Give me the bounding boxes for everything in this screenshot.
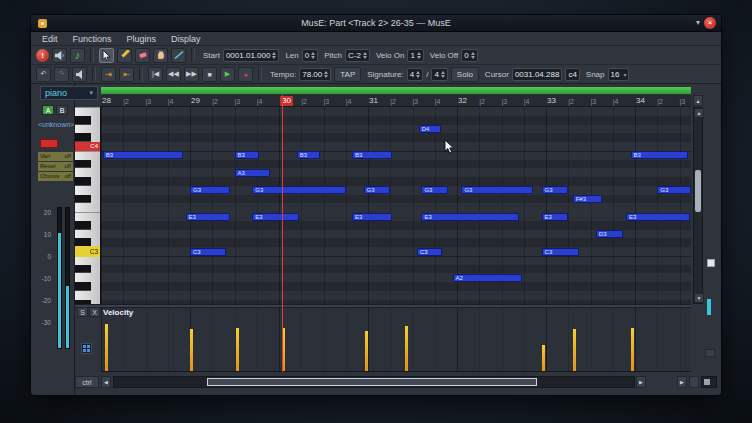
menu-item-edit[interactable]: Edit — [42, 34, 58, 44]
scroll-right-icon[interactable]: ▶ — [636, 376, 646, 388]
tap-button[interactable]: TAP — [334, 67, 361, 82]
part-a-button[interactable]: A — [42, 105, 54, 115]
midi-note-B3[interactable]: B3 — [352, 151, 392, 159]
shade-chevron-icon[interactable]: ▾ — [696, 17, 700, 29]
midi-note-B3[interactable]: B3 — [297, 151, 320, 159]
position-strip[interactable] — [101, 87, 691, 94]
ruler-corner-button[interactable]: ▴ — [693, 95, 703, 106]
horizontal-scrollbar[interactable] — [113, 376, 635, 388]
tempo-field[interactable]: 78.00 — [299, 68, 331, 81]
midi-note-C3[interactable]: C3 — [417, 248, 442, 256]
spinner-arrows[interactable] — [311, 50, 315, 61]
record-button[interactable]: ● — [238, 67, 253, 82]
spinner-arrows[interactable] — [324, 69, 328, 80]
solo-button[interactable]: Solo — [451, 67, 479, 82]
scroll-up-icon[interactable]: ▲ — [694, 108, 704, 118]
midi-note-C3[interactable]: C3 — [542, 248, 579, 256]
piano-key-black[interactable] — [75, 195, 91, 204]
piano-key-black[interactable] — [75, 265, 91, 274]
velocity-solo-button[interactable]: S — [77, 307, 88, 317]
midi-note-E3[interactable]: E3 — [542, 213, 569, 221]
ruler[interactable]: 28|2|3|429|2|3|430|2|3|431|2|3|432|2|3|4… — [101, 95, 691, 107]
start-field[interactable]: 0001.01.000 — [223, 49, 280, 62]
spinner-arrows[interactable] — [441, 69, 445, 80]
volume-fader[interactable] — [57, 207, 62, 349]
play-button[interactable]: ▶ — [220, 67, 235, 82]
piano-keyboard[interactable]: C4C3 — [75, 107, 101, 304]
midi-note-G3[interactable]: G3 — [542, 186, 569, 194]
titlebar[interactable]: MusE: Part <Track 2> 26-35 — MusE ▾ × — [31, 15, 721, 32]
piano-key-black[interactable] — [75, 133, 91, 142]
pan-fader[interactable] — [65, 207, 70, 349]
midi-note-E3[interactable]: E3 — [421, 213, 519, 221]
forward-button[interactable]: ▶▶ — [184, 67, 199, 82]
punch-out-button[interactable]: ⇤ — [119, 67, 134, 82]
midi-note-A3[interactable]: A3 — [235, 169, 271, 177]
stop-button[interactable]: ■ — [202, 67, 217, 82]
spinner-arrows[interactable] — [417, 50, 421, 61]
ruler-bar-34[interactable]: 34 — [636, 96, 645, 106]
midi-note-B3[interactable]: B3 — [235, 151, 260, 159]
vertical-scroll-thumb[interactable] — [695, 170, 701, 212]
velocity-bar[interactable] — [405, 326, 408, 371]
snap-select[interactable]: 16▾ — [608, 68, 630, 81]
velo-on-field[interactable]: 1 — [407, 49, 423, 62]
spinner-arrows[interactable] — [471, 50, 475, 61]
tool-hand-button[interactable] — [153, 48, 168, 63]
tool-eraser-button[interactable] — [135, 48, 150, 63]
midi-note-F#3[interactable]: F#3 — [573, 195, 602, 203]
app-pin-icon[interactable] — [38, 19, 47, 28]
midi-note-D4[interactable]: D4 — [419, 125, 441, 133]
zoom-scrollbar[interactable] — [701, 376, 717, 388]
scroll-left-icon[interactable]: ◀ — [101, 376, 111, 388]
midi-note-E3[interactable]: E3 — [352, 213, 392, 221]
velocity-bar[interactable] — [365, 331, 368, 371]
signature-denominator-field[interactable]: 4 — [431, 68, 447, 81]
ruler-bar-29[interactable]: 29 — [191, 96, 200, 106]
close-button[interactable]: × — [704, 17, 716, 29]
tool-line-button[interactable] — [171, 48, 186, 63]
midi-note-E3[interactable]: E3 — [186, 213, 231, 221]
len-field[interactable]: 0 — [302, 49, 318, 62]
piano-key-black[interactable] — [75, 116, 91, 125]
goto-start-button[interactable]: |◀ — [148, 67, 163, 82]
rewind-button[interactable]: ◀◀ — [166, 67, 181, 82]
velocity-bar[interactable] — [105, 324, 108, 371]
velocity-lane[interactable] — [101, 308, 691, 372]
midi-note-G3[interactable]: G3 — [190, 186, 230, 194]
note-grid[interactable]: D4B3B3B3B3B3A3G3G3G3G3G3G3G3F#3E3E3E3E3E… — [101, 107, 691, 304]
record-indicator[interactable] — [40, 139, 58, 148]
midi-note-G3[interactable]: G3 — [252, 186, 345, 194]
undo-button[interactable]: ↶ — [36, 67, 51, 82]
ruler-bar-33[interactable]: 33 — [547, 96, 556, 106]
ruler-bar-28[interactable]: 28 — [102, 96, 111, 106]
scroll-marker[interactable] — [707, 259, 715, 267]
tool-pencil-button[interactable] — [117, 48, 132, 63]
midi-note-E3[interactable]: E3 — [252, 213, 298, 221]
spinner-arrows[interactable] — [272, 50, 276, 61]
piano-key-highlight-red[interactable]: C4 — [75, 142, 100, 151]
ctrl-chorus[interactable]: Chorus off — [38, 172, 73, 181]
spinner-arrows[interactable] — [363, 50, 367, 61]
grid-tool-icon[interactable] — [81, 343, 92, 354]
velocity-bar[interactable] — [236, 328, 239, 371]
midi-note-G3[interactable]: G3 — [657, 186, 691, 194]
piano-key-highlight-yellow[interactable]: C3 — [75, 246, 100, 257]
instrument-select[interactable]: piano ▾ — [40, 86, 98, 100]
velocity-bar[interactable] — [542, 345, 545, 371]
menu-item-functions[interactable]: Functions — [73, 34, 112, 44]
midi-note-B3[interactable]: B3 — [631, 151, 689, 159]
piano-key-black[interactable] — [75, 160, 91, 169]
zoom-scroll-right-icon[interactable]: ▶ — [677, 376, 687, 388]
scroll-down-icon[interactable]: ▼ — [694, 293, 704, 303]
velocity-scroll-thumb[interactable] — [707, 299, 711, 315]
ruler-bar-31[interactable]: 31 — [369, 96, 378, 106]
midi-note-G3[interactable]: G3 — [461, 186, 532, 194]
zoom-corner-box[interactable] — [689, 376, 699, 388]
part-b-button[interactable]: B — [56, 105, 68, 115]
velo-off-field[interactable]: 0 — [461, 49, 477, 62]
velocity-bar[interactable] — [631, 328, 634, 371]
program-name[interactable]: <unknown> — [38, 121, 74, 128]
redo-button[interactable]: ↷ — [54, 67, 69, 82]
piano-key-black[interactable] — [75, 177, 91, 186]
